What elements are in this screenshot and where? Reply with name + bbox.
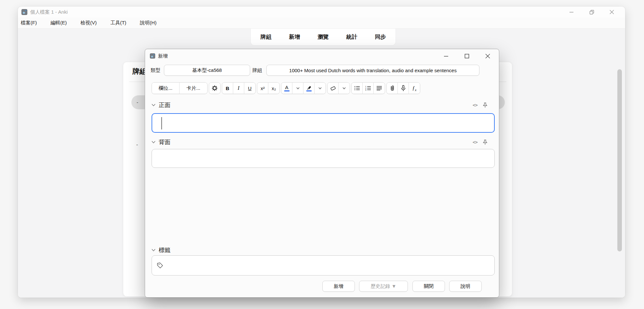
bold-icon: B — [226, 86, 229, 91]
dialog-minimize-button[interactable] — [439, 51, 453, 61]
text-color-button[interactable]: A — [281, 83, 292, 94]
chevron-down-icon — [296, 87, 300, 89]
svg-text:3: 3 — [365, 89, 366, 91]
gear-button[interactable] — [209, 83, 220, 94]
notetype-button[interactable]: 基本型-ca568 — [164, 65, 250, 76]
restore-button[interactable] — [582, 7, 602, 18]
chevron-down-icon — [318, 87, 322, 89]
eraser-icon — [330, 85, 336, 91]
menubar: 檔案(F) 編輯(E) 檢視(V) 工具(T) 說明(H) — [18, 18, 625, 29]
bullet-list-button[interactable] — [352, 83, 363, 94]
text-color-dropdown[interactable] — [292, 83, 303, 94]
record-audio-button[interactable] — [398, 83, 409, 94]
italic-button[interactable]: I — [233, 83, 244, 94]
menu-item-file[interactable]: 檔案(F) — [19, 19, 39, 27]
minimize-button[interactable] — [561, 7, 582, 18]
tags-header: 標籤 — [152, 246, 170, 255]
deck-collapse-marker[interactable]: - — [136, 142, 138, 147]
back-field-label: 背面 — [159, 138, 170, 146]
text-color-icon: A — [284, 85, 289, 91]
window-title: 個人檔案 1 - Anki — [30, 9, 68, 15]
remove-formatting-dropdown[interactable] — [339, 83, 350, 94]
close-dialog-button[interactable]: 關閉 — [412, 281, 445, 292]
attach-button[interactable] — [387, 83, 398, 94]
paperclip-icon — [389, 85, 395, 91]
dialog-close-button[interactable] — [481, 51, 494, 61]
tab-decks[interactable]: 牌組 — [261, 33, 272, 41]
underline-icon: U — [248, 86, 252, 91]
menu-item-view[interactable]: 檢視(V) — [78, 19, 99, 27]
front-field-input[interactable] — [152, 113, 495, 133]
collapse-chevron-icon[interactable] — [152, 104, 155, 106]
equation-button[interactable]: ƒx — [409, 83, 420, 94]
tags-input[interactable] — [152, 255, 495, 275]
settings-group — [209, 82, 221, 94]
superscript-icon: x² — [261, 86, 265, 91]
tag-icon — [156, 262, 164, 269]
deck-label: 牌組 — [252, 65, 262, 76]
collapse-chevron-icon[interactable] — [152, 249, 155, 251]
italic-icon: I — [238, 85, 239, 91]
subscript-button[interactable]: x₂ — [268, 83, 279, 94]
eraser-group — [327, 82, 350, 94]
close-button[interactable] — [602, 7, 622, 18]
back-field-input[interactable] — [152, 149, 495, 168]
remove-formatting-button[interactable] — [328, 83, 339, 94]
dialog-maximize-button[interactable] — [460, 51, 474, 61]
html-editor-toggle-icon[interactable]: <> — [473, 102, 477, 108]
add-button[interactable]: 新增 — [322, 281, 355, 292]
highlight-color-button[interactable] — [303, 83, 315, 94]
tab-browse[interactable]: 瀏覽 — [318, 33, 329, 41]
collapse-chevron-icon[interactable] — [152, 141, 155, 143]
color-group: A — [281, 82, 326, 94]
tab-add[interactable]: 新增 — [289, 33, 300, 41]
microphone-icon — [400, 85, 406, 91]
cards-button[interactable]: 卡片... — [180, 83, 207, 94]
anki-app-icon — [21, 9, 28, 15]
history-button[interactable]: 歷史記錄 ▼ — [359, 281, 408, 292]
fields-cards-group: 欄位... 卡片... — [152, 82, 208, 94]
fields-button[interactable]: 欄位... — [152, 83, 180, 94]
deck-button[interactable]: 1000+ Most used Dutch words with transla… — [266, 65, 479, 76]
tab-stats[interactable]: 統計 — [346, 33, 357, 41]
highlight-color-dropdown[interactable] — [315, 83, 326, 94]
subscript-icon: x₂ — [272, 86, 276, 91]
numbered-list-button[interactable]: 1 2 3 — [363, 83, 374, 94]
menu-item-edit[interactable]: 編輯(E) — [48, 19, 69, 27]
front-field-label: 正面 — [159, 101, 170, 109]
help-button[interactable]: 說明 — [449, 281, 482, 292]
tags-label: 標籤 — [159, 246, 170, 254]
pin-icon[interactable] — [483, 140, 488, 145]
bold-button[interactable]: B — [222, 83, 233, 94]
underline-button[interactable]: U — [244, 83, 255, 94]
superscript-button[interactable]: x² — [257, 83, 268, 94]
html-editor-toggle-icon[interactable]: <> — [473, 140, 477, 145]
front-field-header: 正面 — [152, 101, 170, 110]
tab-sync[interactable]: 同步 — [375, 33, 386, 41]
back-field-header: 背面 — [152, 138, 170, 147]
pin-icon[interactable] — [483, 102, 488, 108]
dialog-title: 新增 — [158, 53, 168, 59]
fx-icon: ƒx — [412, 85, 417, 91]
script-group: x² x₂ — [257, 82, 280, 94]
scrollbar-thumb[interactable] — [617, 69, 622, 251]
menu-item-help[interactable]: 說明(H) — [138, 19, 158, 27]
chevron-down-icon — [342, 87, 346, 89]
gear-icon — [212, 85, 218, 91]
justify-icon — [376, 86, 382, 91]
list-group: 1 2 3 — [351, 82, 385, 94]
notetype-label: 類型 — [151, 65, 160, 76]
highlighter-icon — [306, 85, 312, 91]
media-group: ƒx — [386, 82, 420, 94]
text-style-group: B I U — [222, 82, 256, 94]
text-caret — [161, 117, 162, 129]
top-tab-strip: 牌組 新增 瀏覽 統計 同步 — [250, 29, 396, 46]
dialog-titlebar: 新增 — [145, 49, 499, 63]
anki-app-icon — [150, 53, 155, 59]
add-note-dialog: 新增 類型 基本型-ca568 牌組 1000+ Most used Dutch… — [145, 49, 499, 298]
numbered-list-icon: 1 2 3 — [365, 86, 371, 91]
justify-button[interactable] — [374, 83, 385, 94]
menu-item-tools[interactable]: 工具(T) — [108, 19, 128, 27]
deck-collapse-marker[interactable]: - — [137, 100, 138, 105]
main-titlebar: 個人檔案 1 - Anki — [18, 7, 625, 18]
